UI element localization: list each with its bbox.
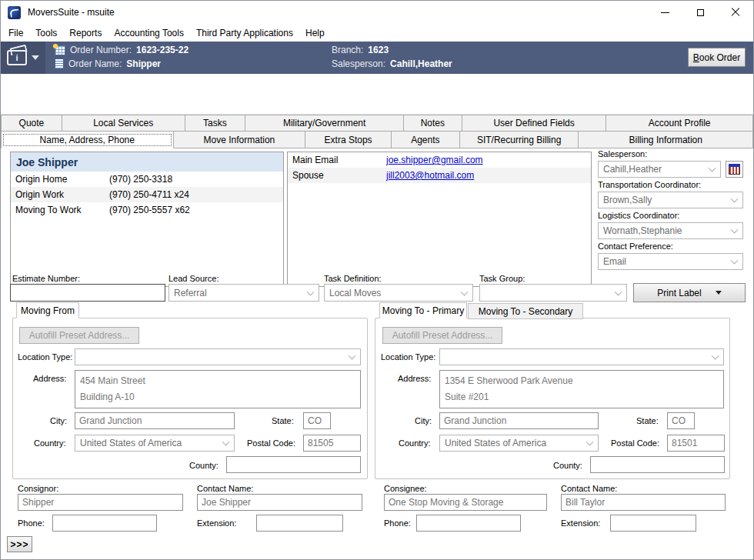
print-label-button[interactable]: Print Label xyxy=(633,283,746,302)
moving-from-address-box[interactable]: 454 Main Street Building A-10 xyxy=(75,370,361,408)
task-group-combobox[interactable] xyxy=(479,284,627,302)
salesperson-combobox[interactable]: Cahill,Heather xyxy=(598,161,721,178)
order-menu-button[interactable]: i xyxy=(1,42,45,74)
phone-row[interactable]: Moving To Work (970) 250-5557 x62 xyxy=(11,202,283,218)
menu-file[interactable]: File xyxy=(2,25,29,41)
tab-extra-stops[interactable]: Extra Stops xyxy=(305,132,392,148)
email-row: Spouse jill2003@hotmail.com xyxy=(288,168,591,183)
consignor-input[interactable] xyxy=(18,494,183,511)
minimize-button[interactable] xyxy=(647,1,682,24)
email-row-label: Main Email xyxy=(288,155,386,165)
logistics-coordinator-value: Wornath,Stephanie xyxy=(603,225,682,236)
phone-row[interactable]: Origin Home (970) 250-3318 xyxy=(11,172,283,187)
tab-agents[interactable]: Agents xyxy=(392,132,460,148)
close-button[interactable] xyxy=(718,1,753,24)
moving-to-location-type-combobox[interactable] xyxy=(439,348,724,365)
app-icon xyxy=(8,6,21,19)
moving-to-address-label: Address: xyxy=(398,374,431,383)
moving-from-county-input[interactable] xyxy=(226,456,361,473)
phone-row[interactable]: Origin Work (970) 250-4711 x24 xyxy=(11,187,283,202)
menu-accounting-tools[interactable]: Accounting Tools xyxy=(108,25,190,41)
consignee-contact-name-input[interactable] xyxy=(561,494,726,511)
calendar-icon xyxy=(729,164,740,175)
lead-source-combobox[interactable]: Referral xyxy=(168,284,319,302)
consignor-phone-input[interactable] xyxy=(52,515,157,532)
book-order-button[interactable]: Book Order xyxy=(688,48,746,67)
chevron-down-icon xyxy=(307,288,315,295)
estimate-number-label: Estimate Number: xyxy=(12,274,80,283)
moving-from-postal-input[interactable] xyxy=(303,435,361,452)
contact-preference-label: Contact Preference: xyxy=(598,242,673,251)
moving-from-location-type-combobox[interactable] xyxy=(75,348,361,365)
phone-row-value: (970) 250-3318 xyxy=(109,174,172,185)
chevron-down-icon xyxy=(349,352,356,360)
consignor-contact-name-input[interactable] xyxy=(197,494,362,511)
contact-phone-panel: Joe Shipper Origin Home (970) 250-3318 O… xyxy=(10,152,284,287)
tab-local-services[interactable]: Local Services xyxy=(62,115,185,132)
moving-from-city-input[interactable] xyxy=(75,412,235,429)
menu-reports[interactable]: Reports xyxy=(63,25,108,41)
email-row-label: Spouse xyxy=(288,170,386,181)
moving-from-address-line1: 454 Main Street xyxy=(80,373,355,389)
moving-to-county-label: County: xyxy=(553,461,582,470)
salesperson-value: Cahill,Heather xyxy=(603,164,662,175)
tab-billing-information[interactable]: Billing Information xyxy=(579,132,753,148)
moving-to-address-line1: 1354 E Sherwood Park Avenue xyxy=(445,373,719,389)
moving-from-autofill-button[interactable]: Autofill Preset Address... xyxy=(19,327,139,344)
tab-moving-to-secondary[interactable]: Moving To - Secondary xyxy=(468,303,583,319)
tab-moving-from[interactable]: Moving From xyxy=(16,302,79,318)
consignor-extension-input[interactable] xyxy=(256,515,343,532)
consignee-extension-input[interactable] xyxy=(610,515,696,532)
phone-row-label: Moving To Work xyxy=(11,205,109,215)
task-definition-combobox[interactable]: Local Moves xyxy=(324,284,473,302)
chevron-down-icon xyxy=(731,226,739,234)
moving-from-location-type-label: Location Type: xyxy=(18,352,72,362)
tab-military-government[interactable]: Military/Government xyxy=(245,115,404,132)
email-link[interactable]: jill2003@hotmail.com xyxy=(386,170,474,181)
tab-move-information[interactable]: Move Information xyxy=(174,132,306,148)
transportation-coordinator-value: Brown,Sally xyxy=(603,195,652,205)
moving-to-state-label: State: xyxy=(636,416,659,425)
salesperson-calendar-button[interactable] xyxy=(726,161,743,178)
tab-tasks[interactable]: Tasks xyxy=(185,115,246,132)
menu-help[interactable]: Help xyxy=(299,25,331,41)
moving-to-postal-label: Postal Code: xyxy=(611,438,659,448)
moving-to-city-input[interactable] xyxy=(439,412,599,429)
moving-from-state-input[interactable] xyxy=(303,412,331,429)
maximize-button[interactable] xyxy=(682,1,718,24)
tab-user-defined-fields[interactable]: User Defined Fields xyxy=(462,115,607,132)
estimate-number-input[interactable] xyxy=(10,284,165,302)
phone-row-label: Origin Home xyxy=(11,174,109,185)
chevron-down-icon xyxy=(709,165,716,172)
moving-to-autofill-button[interactable]: Autofill Preset Address... xyxy=(382,327,502,344)
moving-to-state-input[interactable] xyxy=(667,412,695,429)
moving-to-country-value: United States of America xyxy=(445,438,546,448)
moving-to-county-input[interactable] xyxy=(590,456,725,473)
tab-sit-recurring-billing[interactable]: SIT/Recurring Billing xyxy=(460,132,579,148)
menu-tools[interactable]: Tools xyxy=(29,25,63,41)
email-link[interactable]: joe.shipper@gmail.com xyxy=(386,155,483,165)
chevron-down-icon xyxy=(586,438,594,446)
consignee-phone-input[interactable] xyxy=(416,515,521,532)
tab-account-profile[interactable]: Account Profile xyxy=(606,115,753,132)
moving-from-country-combobox[interactable]: United States of America xyxy=(75,435,235,452)
consignee-extension-label: Extension: xyxy=(561,518,600,528)
tab-notes[interactable]: Notes xyxy=(404,115,462,132)
menu-third-party-applications[interactable]: Third Party Applications xyxy=(190,25,299,41)
moving-to-address-box[interactable]: 1354 E Sherwood Park Avenue Suite #201 xyxy=(439,370,724,408)
moving-to-country-combobox[interactable]: United States of America xyxy=(439,435,599,452)
contact-preference-combobox[interactable]: Email xyxy=(598,253,743,270)
chevron-down-icon xyxy=(222,438,230,446)
moving-to-postal-input[interactable] xyxy=(667,435,725,452)
tab-name-address-phone[interactable]: Name, Address, Phone xyxy=(1,132,174,148)
moving-to-country-label: Country: xyxy=(399,438,431,448)
tab-quote[interactable]: Quote xyxy=(1,115,62,132)
logistics-coordinator-combobox[interactable]: Wornath,Stephanie xyxy=(598,222,743,239)
chevron-down-icon xyxy=(716,291,722,295)
expand-button[interactable]: >>> xyxy=(7,536,32,552)
consignee-input[interactable] xyxy=(384,494,547,511)
task-definition-label: Task Definition: xyxy=(324,274,382,283)
transportation-coordinator-combobox[interactable]: Brown,Sally xyxy=(598,192,743,208)
tab-moving-to-primary[interactable]: Moving To - Primary xyxy=(379,302,467,318)
consignee-phone-label: Phone: xyxy=(384,518,411,528)
